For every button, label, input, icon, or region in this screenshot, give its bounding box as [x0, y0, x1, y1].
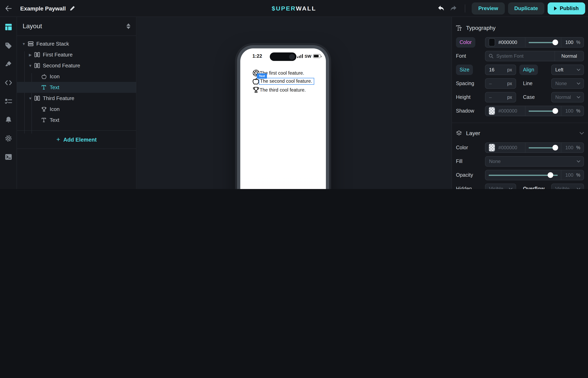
tags-panel-icon[interactable] — [4, 41, 13, 50]
battery-icon — [313, 54, 321, 58]
chevron-down-icon[interactable]: ▼ — [22, 42, 26, 46]
columns-icon — [34, 95, 40, 101]
app-window: Example Paywall $UPERWALL Preview Duplic… — [0, 0, 588, 189]
plus-icon: + — [56, 136, 60, 143]
play-icon — [554, 6, 557, 10]
line-height-input[interactable]: – px — [485, 92, 516, 102]
typography-section: Typography Color #000000 100 % — [452, 17, 588, 123]
duplicate-button[interactable]: Duplicate — [508, 2, 544, 14]
tree-item-text[interactable]: Text — [17, 115, 136, 125]
code-panel-icon[interactable] — [4, 78, 13, 87]
signal-icon — [297, 54, 303, 58]
color-swatch[interactable] — [489, 38, 495, 46]
status-bar: 1:22 SW — [240, 52, 326, 61]
theme-panel-icon[interactable] — [4, 60, 13, 68]
shadow-color-swatch[interactable] — [489, 107, 495, 115]
text-icon — [41, 84, 47, 90]
undo-button[interactable] — [436, 3, 446, 13]
search-icon — [489, 54, 493, 58]
chevron-down-icon — [509, 188, 516, 189]
apple-icon — [41, 73, 47, 80]
opacity-field[interactable]: 100 % — [485, 170, 584, 180]
preview-button[interactable]: Preview — [472, 2, 505, 14]
chevron-down-icon[interactable]: ▼ — [28, 64, 32, 68]
chevron-down-icon[interactable]: ▼ — [28, 96, 32, 100]
hidden-select[interactable]: Visible — [485, 184, 516, 189]
feature-row-3[interactable]: The third cool feature. — [252, 85, 314, 94]
feature-stack: The first cool feature. Text The second … — [252, 68, 314, 94]
chevron-down-icon — [577, 68, 584, 71]
tree-item-first-feature[interactable]: ▶ First Feature — [17, 49, 136, 60]
divider — [17, 148, 136, 149]
toolbar-divider — [465, 4, 465, 12]
left-icon-rail — [0, 17, 17, 189]
tree-item-text-selected[interactable]: Text — [17, 82, 136, 93]
feature-row-2-selected[interactable]: Text The second cool feature. — [252, 77, 314, 85]
font-size-input[interactable]: 16 px — [485, 65, 516, 75]
layout-panel-title: Layout — [23, 23, 42, 30]
layer-tree: ▼ Feature Stack ▶ First Feature ▼ Second… — [17, 36, 136, 130]
chevron-down-icon — [577, 160, 584, 162]
console-panel-icon[interactable] — [4, 152, 13, 161]
chevron-down-icon — [577, 82, 584, 85]
inspector-panel: Typography Color #000000 100 % — [451, 17, 588, 189]
paywall-screen[interactable]: 1:22 SW The first cool feature. — [240, 48, 326, 189]
overflow-select[interactable]: Visible — [551, 184, 584, 189]
publish-button[interactable]: Publish — [548, 2, 585, 14]
status-time: 1:22 — [252, 53, 262, 59]
font-style-select[interactable]: Normal — [555, 51, 584, 61]
trophy-icon — [41, 106, 47, 112]
add-element-button[interactable]: + Add Element — [17, 131, 136, 148]
align-label[interactable]: Align — [519, 65, 538, 75]
chevron-right-icon[interactable]: ▶ — [28, 53, 32, 57]
edit-title-icon[interactable] — [70, 6, 75, 11]
layer-color-opacity-slider[interactable] — [525, 143, 561, 152]
letter-spacing-input[interactable]: – px — [485, 78, 516, 89]
layer-section: Layer Color #000000 100 % — [452, 123, 588, 189]
apple-icon — [252, 78, 260, 85]
iphone-preview: 1:22 SW The first cool feature. — [237, 45, 329, 189]
canvas[interactable]: 1:22 SW The first cool feature. — [137, 17, 451, 189]
font-placeholder: System Font — [496, 53, 555, 59]
notifications-panel-icon[interactable] — [4, 115, 13, 124]
tree-item-second-feature[interactable]: ▼ Second Feature — [17, 60, 136, 71]
tree-item-third-feature[interactable]: ▼ Third Feature — [17, 93, 136, 104]
line-select[interactable]: None — [551, 78, 584, 89]
dynamic-island — [270, 53, 296, 61]
chevron-down-icon — [577, 188, 584, 189]
opacity-slider[interactable] — [486, 170, 561, 180]
tree-item-icon[interactable]: Icon — [17, 71, 136, 82]
redo-button[interactable] — [449, 3, 459, 13]
font-field[interactable]: System Font Normal — [485, 51, 584, 61]
align-select[interactable]: Left — [551, 65, 584, 75]
typography-color-field[interactable]: #000000 100 % — [485, 37, 584, 48]
typography-icon — [456, 25, 462, 31]
superwall-logo: $UPERWALL — [272, 5, 316, 12]
font-size-label[interactable]: Size — [456, 65, 473, 75]
layers-icon — [456, 130, 462, 136]
chevron-down-icon — [577, 96, 584, 98]
shadow-opacity-slider[interactable] — [525, 106, 561, 116]
collapse-section-icon[interactable] — [579, 132, 584, 135]
color-opacity-slider[interactable] — [525, 38, 561, 47]
columns-icon — [34, 63, 40, 68]
case-select[interactable]: Normal — [551, 92, 584, 102]
tree-item-feature-stack[interactable]: ▼ Feature Stack — [17, 38, 136, 49]
tree-item-icon[interactable]: Icon — [17, 104, 136, 115]
stack-icon — [28, 41, 33, 47]
layout-panel: Layout ▼ Feature Stack ▶ First Feature — [17, 17, 137, 189]
columns-icon — [34, 52, 40, 58]
document-title: Example Paywall — [20, 5, 66, 12]
trophy-icon — [252, 86, 260, 94]
layout-panel-icon[interactable] — [4, 23, 13, 31]
fill-select[interactable]: None — [485, 156, 584, 167]
camera-dot — [289, 54, 295, 59]
layer-color-field[interactable]: #000000 100 % — [485, 142, 584, 153]
back-button[interactable] — [0, 0, 17, 17]
sort-layers-icon[interactable] — [126, 23, 130, 29]
settings-panel-icon[interactable] — [4, 134, 13, 142]
checklist-panel-icon[interactable] — [4, 97, 13, 105]
shadow-field[interactable]: #000000 100 % — [485, 106, 584, 116]
layer-color-swatch[interactable] — [489, 144, 495, 152]
typography-color-label[interactable]: Color — [456, 37, 475, 48]
